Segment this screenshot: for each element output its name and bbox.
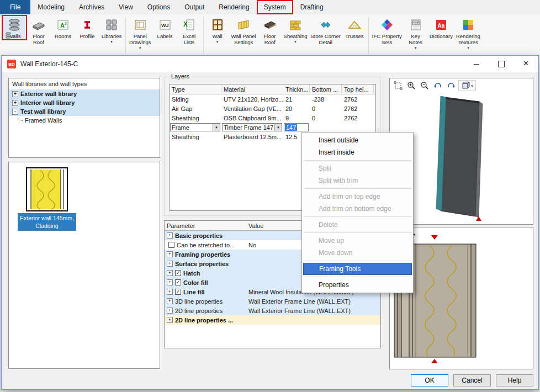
close-icon[interactable]	[513, 56, 538, 72]
menu-tab-modeling[interactable]: Modeling	[30, 0, 72, 14]
column-header-top-hei[interactable]: Top hei...	[342, 84, 374, 94]
tree-item-exterior-wall-library[interactable]: +Exterior wall library	[9, 89, 160, 98]
context-menu-item-insert-outside[interactable]: Insert outside	[302, 134, 413, 146]
menu-tab-file[interactable]: File	[0, 0, 30, 14]
menu-tab-options[interactable]: Options	[140, 0, 177, 14]
ribbon-rooms-button[interactable]: A2Rooms	[51, 15, 75, 40]
ribbon-button-label: Profile	[80, 34, 95, 40]
checkbox-unchecked[interactable]	[168, 242, 174, 248]
ribbon-profile-button[interactable]: Profile	[75, 15, 99, 40]
layer-thickness-input[interactable]: 147	[284, 123, 309, 131]
tree-item-test-wall-library[interactable]: -Test wall library	[9, 107, 160, 116]
dialog-titlebar[interactable]: BD Wall Exterior-145-C	[2, 56, 538, 72]
wall-thumbnail-caption[interactable]: Exterior wall 145mm, Cladding	[18, 213, 76, 231]
expand-icon[interactable]: +	[167, 289, 173, 295]
ribbon-panel-drawings-button[interactable]: Panel Drawings▾	[128, 15, 153, 50]
help-button[interactable]: Help	[496, 374, 533, 386]
wall-thumbnail[interactable]	[26, 167, 68, 213]
ribbon-store-corner-detail-button[interactable]: Store Corner Detail	[309, 15, 342, 46]
context-menu-item-framing-tools[interactable]: Framing Tools	[303, 263, 412, 275]
ribbon-wall-panel-settings-button[interactable]: Wall Panel Settings	[230, 15, 258, 46]
ribbon-excel-lists-button[interactable]: XExcel Lists	[177, 15, 202, 46]
ribbon-labels-button[interactable]: WJLabels	[153, 15, 177, 40]
ribbon-floor-roof-button[interactable]: Floor Roof	[27, 15, 51, 46]
zoom-in-icon[interactable]	[405, 80, 417, 91]
expand-icon[interactable]: +	[167, 270, 173, 276]
checkbox-checked[interactable]: ✓	[175, 289, 181, 295]
parameter-row-2d-line-properties[interactable]: +2D line propertiesWall Exterior Frame L…	[165, 306, 380, 315]
ribbon-ifc-property-sets-button[interactable]: IFC Property Sets	[370, 15, 404, 46]
expand-icon[interactable]: +	[167, 232, 173, 239]
zoom-out-icon[interactable]	[419, 80, 431, 91]
chevron-down-icon[interactable]: ▾	[213, 124, 220, 131]
ok-button[interactable]: OK	[411, 374, 448, 386]
checkbox-checked[interactable]: ✓	[175, 270, 181, 276]
parameter-label: Framing properties	[175, 251, 230, 258]
layer-cell-bottom: 0	[310, 115, 342, 121]
ribbon-floor-roof-button[interactable]: Floor Roof	[258, 15, 282, 46]
rotate-left-icon[interactable]	[432, 80, 444, 91]
parameter-row-2d-line-properties[interactable]: +2D line properties ...	[165, 315, 380, 325]
ribbon-trusses-button[interactable]: Trusses	[342, 15, 367, 40]
column-header-bottom[interactable]: Bottom ...	[310, 84, 342, 94]
ribbon-button-label: Panel Drawings	[129, 34, 151, 46]
menu-tab-output[interactable]: Output	[177, 0, 211, 14]
context-menu-item-properties[interactable]: Properties	[302, 279, 413, 291]
app-window: FileModelingArchivesViewOptionsOutputRen…	[0, 0, 540, 392]
tree-item-framed-walls[interactable]: Framed Walls	[9, 116, 160, 125]
checkbox-checked[interactable]: ✓	[175, 279, 181, 285]
ribbon-dictionary-button[interactable]: AaDictionary	[428, 15, 454, 40]
chevron-down-icon: ▾	[415, 46, 417, 50]
layer-row-air-gap[interactable]: Air GapVentilation Gap (VE...2002762	[170, 104, 375, 113]
column-header-parameter[interactable]: Parameter	[165, 221, 246, 231]
view-cube-icon[interactable]: ▾	[458, 80, 476, 91]
layer-cell-material: Plasterboard 12.5m...	[221, 134, 283, 140]
tree-item-interior-wall-library[interactable]: +Interior wall library	[9, 98, 160, 107]
layer-material-combobox[interactable]: Timber Frame 147▾	[222, 123, 282, 131]
menu-tab-system[interactable]: System	[257, 0, 293, 14]
walls-gallery-dropdown[interactable]: ▾	[4, 31, 15, 41]
parameter-value: Wall Exterior Frame Line (WALL.EXT)	[246, 308, 380, 314]
ribbon-rendering-textures-button[interactable]: Rendering Textures▾	[454, 15, 482, 50]
chevron-down-icon[interactable]: ▾	[274, 124, 282, 131]
menu-tab-drafting[interactable]: Drafting	[293, 0, 331, 14]
parameter-row-3d-line-properties[interactable]: +3D line propertiesWall Exterior Frame L…	[165, 296, 380, 306]
panel-drawings-icon	[133, 17, 147, 33]
ribbon-button-label: Sheathing	[284, 34, 308, 40]
menu-tab-rendering[interactable]: Rendering	[211, 0, 256, 14]
menu-tab-view[interactable]: View	[112, 0, 140, 14]
menu-separator	[303, 188, 412, 189]
svg-text:Aa: Aa	[437, 23, 444, 29]
frame-select-icon[interactable]	[392, 80, 404, 91]
maximize-icon[interactable]	[489, 56, 513, 72]
layer-row-siding[interactable]: SidingUTV 21x120, Horizo...21-2382762	[170, 94, 375, 104]
dialog-body: Wall libraries and wall types +Exterior …	[2, 72, 538, 389]
cancel-button[interactable]: Cancel	[453, 374, 491, 386]
expand-icon[interactable]: +	[167, 279, 173, 285]
minimize-icon[interactable]	[464, 56, 489, 72]
ribbon-key-notes-button[interactable]: TXTKey Notes▾	[404, 15, 428, 50]
menu-tab-archives[interactable]: Archives	[72, 0, 112, 14]
ribbon-libraries-button[interactable]: Libraries▾	[99, 15, 124, 44]
context-menu-item-split-with-trim: Split with trim	[302, 174, 413, 187]
column-header-type[interactable]: Type	[170, 84, 221, 94]
context-menu-item-insert-inside[interactable]: Insert inside	[302, 146, 413, 158]
expand-icon[interactable]: +	[167, 251, 173, 257]
expand-icon[interactable]: +	[167, 298, 173, 304]
layer-row-sheathing[interactable]: SheathingOSB Chipboard 9m...902762	[170, 113, 375, 123]
ribbon-sheathing-button[interactable]: Sheathing▾	[282, 15, 309, 44]
expand-icon[interactable]: +	[167, 317, 173, 323]
trusses-icon	[347, 17, 362, 33]
layer-row-frame[interactable]: Frame▾Timber Frame 147▾147	[170, 123, 375, 132]
ribbon-wall-button[interactable]: Wall▾	[205, 15, 230, 44]
expand-icon[interactable]: +	[167, 308, 173, 314]
layer-type-combobox[interactable]: Frame▾	[170, 123, 220, 131]
expand-icon[interactable]: +	[12, 91, 18, 97]
expand-icon[interactable]: +	[12, 100, 18, 106]
rotate-right-icon[interactable]	[445, 80, 457, 91]
expand-icon[interactable]: +	[167, 261, 173, 267]
excel-lists-icon: X	[183, 17, 196, 33]
collapse-icon[interactable]: -	[12, 109, 18, 115]
column-header-material[interactable]: Material	[221, 84, 283, 94]
column-header-thickn[interactable]: Thickn...	[283, 84, 310, 94]
